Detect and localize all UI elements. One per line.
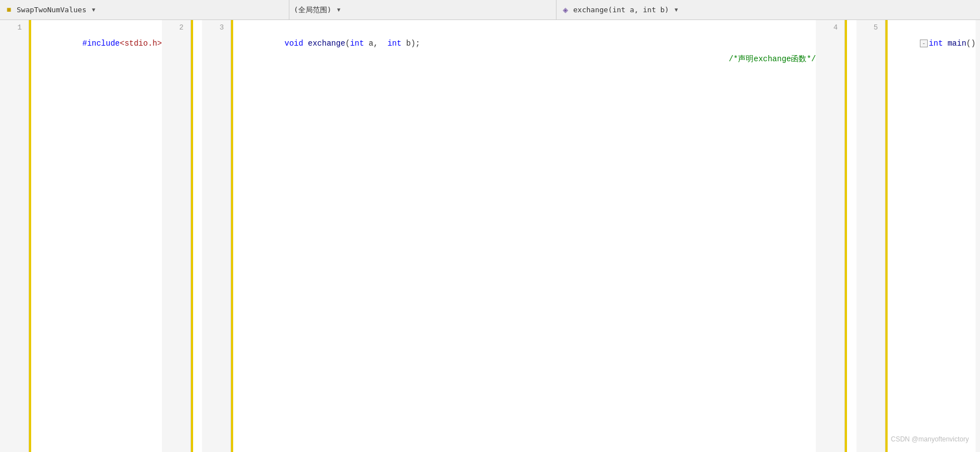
table-row: 1 #include<stdio.h>	[0, 20, 162, 452]
line-number: 1	[0, 20, 29, 452]
scope-dropdown[interactable]: ▼	[335, 7, 343, 13]
code-editor[interactable]: 1 #include<stdio.h> 2 3 void exchange(in…	[0, 20, 980, 452]
file-icon: ■	[4, 6, 13, 14]
filename-dropdown[interactable]: ▼	[90, 7, 97, 13]
line-code	[193, 20, 202, 452]
toolbar-scope: (全局范围)	[294, 5, 332, 15]
line-number: 6	[976, 20, 980, 452]
fold-marker-main[interactable]: -	[920, 40, 928, 47]
line-code: #include<stdio.h>	[31, 20, 162, 452]
toolbar-filename: SwapTwoNumValues	[17, 6, 86, 14]
table-row: 2	[162, 20, 202, 452]
line-code: -int main()	[888, 20, 976, 452]
watermark: CSDN @manyoftenvictory	[891, 435, 969, 443]
table-row: 4	[816, 20, 856, 452]
table-row: 5 -int main()	[856, 20, 976, 452]
function-icon: ◈	[561, 6, 570, 14]
table-row: 3 void exchange(int a, int b); /*声明excha…	[202, 20, 816, 452]
toolbar-section-function[interactable]: ◈ exchange(int a, int b) ▼	[557, 0, 980, 19]
table-row: 6 {	[976, 20, 980, 452]
line-number: 4	[816, 20, 845, 452]
function-dropdown[interactable]: ▼	[672, 7, 680, 13]
line-code: void exchange(int a, int b); /*声明exchang…	[233, 20, 816, 452]
toolbar-section-scope[interactable]: (全局范围) ▼	[289, 0, 557, 19]
line-code	[847, 20, 856, 452]
line-number: 3	[202, 20, 231, 452]
line-number: 5	[856, 20, 885, 452]
toolbar-function: exchange(int a, int b)	[573, 6, 669, 14]
line-number: 2	[162, 20, 191, 452]
toolbar: ■ SwapTwoNumValues ▼ (全局范围) ▼ ◈ exchange…	[0, 0, 980, 20]
toolbar-section-file[interactable]: ■ SwapTwoNumValues ▼	[0, 0, 289, 19]
